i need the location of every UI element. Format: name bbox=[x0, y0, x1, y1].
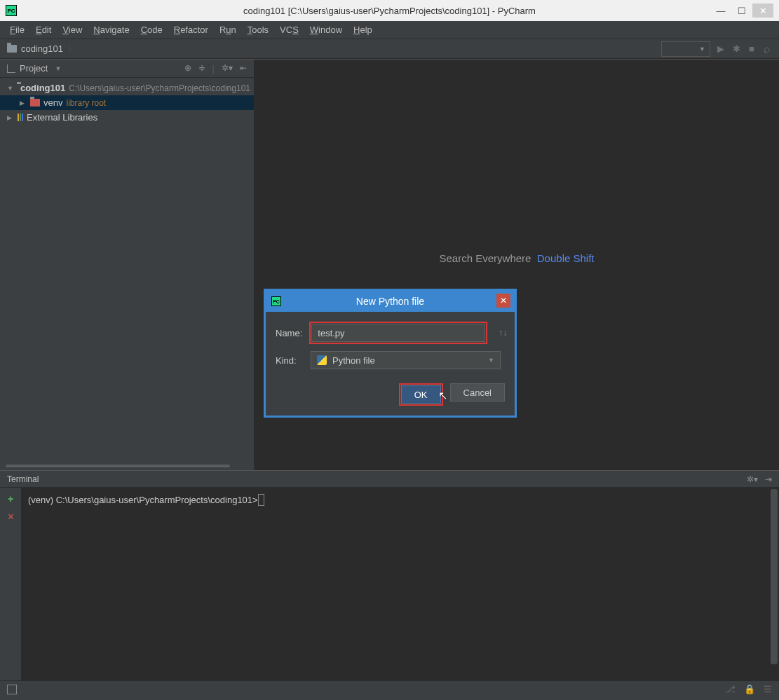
dialog-title: New Python file bbox=[356, 296, 424, 307]
ok-button[interactable]: OK bbox=[401, 385, 441, 404]
highlight-box: OK bbox=[399, 383, 443, 406]
filename-input[interactable] bbox=[311, 324, 485, 342]
name-label: Name: bbox=[276, 328, 302, 338]
project-tool-window: Project ▼ ⊕ ≑ | ✲▾ ⇤ ▼ coding101 C:\User… bbox=[0, 60, 255, 470]
project-panel-header: Project ▼ ⊕ ≑ | ✲▾ ⇤ bbox=[0, 60, 254, 78]
tree-root-path: C:\Users\gaius-user\PycharmProjects\codi… bbox=[69, 83, 250, 93]
search-everywhere-hint: Search Everywhere Double Shift bbox=[440, 252, 595, 264]
pycharm-icon: PC bbox=[6, 5, 17, 16]
window-controls: — ☐ ✕ bbox=[710, 4, 773, 18]
locate-icon[interactable]: ⊕ bbox=[184, 63, 191, 74]
terminal-prompt: (venv) C:\Users\gaius-user\PycharmProjec… bbox=[28, 495, 258, 505]
breadcrumb-root: coding101 bbox=[21, 43, 63, 54]
kind-label: Kind: bbox=[276, 355, 304, 366]
close-session-button[interactable]: ✕ bbox=[7, 512, 15, 522]
project-tree[interactable]: ▼ coding101 C:\Users\gaius-user\PycharmP… bbox=[0, 78, 254, 128]
navigation-bar: coding101 〉 ▼ ▶ ✱ ■ ⌕ bbox=[0, 39, 779, 59]
window-title: coding101 [C:\Users\gaius-user\PycharmPr… bbox=[243, 6, 536, 16]
dialog-button-row: OK Cancel bbox=[276, 383, 505, 406]
branch-icon[interactable]: ⎇ bbox=[725, 684, 736, 694]
menu-run[interactable]: Run bbox=[214, 21, 242, 39]
cancel-button[interactable]: Cancel bbox=[450, 383, 505, 402]
status-bar: ⎇ 🔒 ☰ bbox=[0, 680, 779, 697]
project-view-icon bbox=[7, 64, 15, 73]
menu-tools[interactable]: Tools bbox=[242, 21, 274, 39]
search-icon[interactable]: ⌕ bbox=[762, 44, 772, 54]
terminal-content[interactable]: (venv) C:\Users\gaius-user\PycharmProjec… bbox=[21, 488, 779, 680]
tree-venv-name: venv bbox=[43, 97, 62, 108]
dialog-kind-row: Kind: Python file ▼ bbox=[276, 351, 505, 369]
chevron-right-icon[interactable]: ▶ bbox=[7, 114, 14, 121]
hide-icon[interactable]: ⇤ bbox=[240, 63, 247, 74]
terminal-gutter: + ✕ bbox=[0, 488, 21, 680]
tool-windows-icon[interactable] bbox=[7, 685, 17, 694]
pycharm-icon: PC bbox=[271, 296, 281, 306]
terminal-body: + ✕ (venv) C:\Users\gaius-user\PycharmPr… bbox=[0, 488, 779, 680]
run-icon[interactable]: ▶ bbox=[716, 44, 726, 54]
terminal-tool-window: Terminal ✲▾ ⇥ + ✕ (venv) C:\Users\gaius-… bbox=[0, 470, 779, 680]
tree-venv[interactable]: ▶ venv library root bbox=[0, 95, 254, 110]
dialog-close-button[interactable]: ✕ bbox=[496, 294, 510, 308]
folder-icon bbox=[30, 99, 40, 107]
menu-refactor[interactable]: Refactor bbox=[168, 21, 214, 39]
menu-navigate[interactable]: Navigate bbox=[88, 21, 135, 39]
menu-code[interactable]: Code bbox=[135, 21, 168, 39]
shortcut-label: Double Shift bbox=[537, 252, 595, 264]
chevron-right-icon[interactable]: ▶ bbox=[20, 99, 27, 107]
project-view-dropdown[interactable]: ▼ bbox=[55, 65, 61, 72]
tree-root-name: coding101 bbox=[20, 83, 65, 93]
vertical-scrollbar[interactable] bbox=[771, 489, 778, 664]
chevron-down-icon[interactable]: ▼ bbox=[7, 85, 13, 92]
menu-file[interactable]: File bbox=[4, 21, 30, 39]
horizontal-scrollbar[interactable] bbox=[6, 465, 230, 467]
kind-dropdown[interactable]: Python file ▼ bbox=[311, 351, 501, 369]
kind-value: Python file bbox=[332, 355, 375, 366]
tree-venv-hint: library root bbox=[66, 98, 106, 108]
dialog-name-row: Name: ↑↓ bbox=[276, 322, 505, 344]
debug-icon[interactable]: ✱ bbox=[731, 44, 741, 54]
gear-icon[interactable]: ✲▾ bbox=[222, 63, 233, 74]
chevron-down-icon: ▼ bbox=[488, 357, 494, 364]
tree-project-root[interactable]: ▼ coding101 C:\Users\gaius-user\PycharmP… bbox=[0, 81, 254, 95]
tree-external-libraries[interactable]: ▶ External Libraries bbox=[0, 110, 254, 125]
toolbar-right: ▼ ▶ ✱ ■ ⌕ bbox=[661, 41, 772, 57]
new-session-button[interactable]: + bbox=[8, 493, 13, 505]
minimize-button[interactable]: — bbox=[710, 4, 731, 18]
libraries-icon bbox=[18, 114, 23, 121]
project-panel-title: Project bbox=[20, 63, 48, 74]
close-button[interactable]: ✕ bbox=[752, 4, 773, 18]
breadcrumb[interactable]: coding101 〉 bbox=[7, 43, 76, 55]
menu-edit[interactable]: Edit bbox=[30, 21, 57, 39]
lock-icon[interactable]: 🔒 bbox=[744, 684, 755, 694]
gear-icon[interactable]: ✲▾ bbox=[747, 474, 758, 484]
menu-window[interactable]: Window bbox=[304, 21, 348, 39]
tree-ext-label: External Libraries bbox=[27, 112, 97, 123]
maximize-button[interactable]: ☐ bbox=[731, 4, 752, 18]
dialog-title-bar[interactable]: PC New Python file ✕ bbox=[266, 291, 515, 312]
menu-view[interactable]: View bbox=[57, 21, 88, 39]
chevron-right-icon: 〉 bbox=[67, 43, 76, 55]
folder-icon bbox=[7, 45, 17, 53]
stop-icon[interactable]: ■ bbox=[747, 44, 757, 54]
run-configuration-dropdown[interactable]: ▼ bbox=[661, 41, 710, 57]
menu-vcs[interactable]: VCS bbox=[274, 21, 304, 39]
menu-bar: File Edit View Navigate Code Refactor Ru… bbox=[0, 21, 779, 39]
python-file-icon bbox=[317, 355, 327, 365]
hide-icon[interactable]: ⇥ bbox=[765, 474, 772, 484]
title-bar: PC coding101 [C:\Users\gaius-user\Pychar… bbox=[0, 0, 779, 21]
terminal-header: Terminal ✲▾ ⇥ bbox=[0, 471, 779, 488]
collapse-icon[interactable]: ≑ bbox=[198, 63, 205, 74]
new-python-file-dialog: PC New Python file ✕ Name: ↑↓ Kind: Pyth… bbox=[264, 289, 517, 418]
menu-help[interactable]: Help bbox=[348, 21, 378, 39]
sort-icon[interactable]: ↑↓ bbox=[499, 328, 507, 338]
terminal-title: Terminal bbox=[7, 474, 39, 484]
highlight-box bbox=[309, 322, 487, 344]
notifications-icon[interactable]: ☰ bbox=[764, 684, 772, 694]
